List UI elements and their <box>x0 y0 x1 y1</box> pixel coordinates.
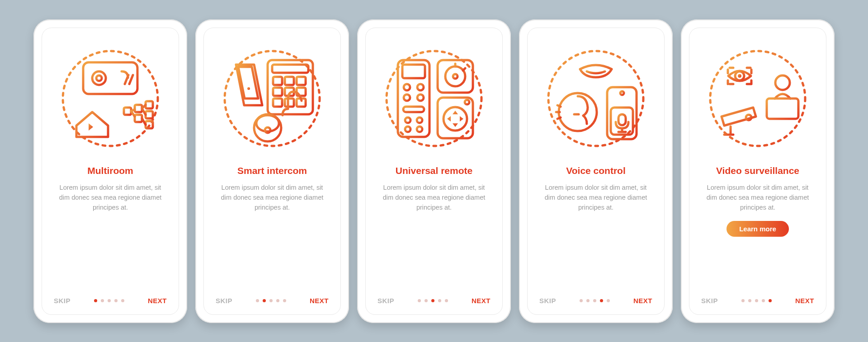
universal-remote-icon <box>380 44 488 153</box>
dot <box>580 299 583 302</box>
svg-point-37 <box>417 126 422 132</box>
skip-button[interactable]: SKIP <box>216 297 232 305</box>
onboarding-screen: Voice control Lorem ipsum dolor sit dim … <box>527 28 665 315</box>
voice-control-icon <box>542 44 650 153</box>
screen-title: Universal remote <box>396 165 472 176</box>
svg-point-35 <box>417 117 422 123</box>
svg-point-43 <box>443 107 467 131</box>
phone-mockup: Video surveillance Lorem ipsum dolor sit… <box>681 19 835 323</box>
dot <box>600 299 603 302</box>
learn-more-button[interactable]: Learn more <box>726 221 789 237</box>
page-indicator <box>580 299 610 302</box>
dot <box>586 299 590 302</box>
onboarding-nav: SKIP NEXT <box>216 297 329 305</box>
smart-intercom-icon <box>218 44 326 153</box>
svg-rect-33 <box>403 107 424 112</box>
svg-point-25 <box>265 127 270 133</box>
screen-description: Lorem ipsum dolor sit dim amet, sit dim … <box>701 183 814 213</box>
svg-rect-54 <box>767 98 798 119</box>
phone-mockup: Smart intercom Lorem ipsum dolor sit dim… <box>195 19 349 323</box>
svg-rect-21 <box>285 98 294 107</box>
phone-mockup: Voice control Lorem ipsum dolor sit dim … <box>519 19 673 323</box>
page-indicator <box>418 299 448 302</box>
dot <box>755 299 758 302</box>
dot <box>114 299 118 302</box>
svg-rect-14 <box>273 77 282 85</box>
dot <box>269 299 273 302</box>
onboarding-nav: SKIP NEXT <box>701 297 814 305</box>
dot <box>593 299 596 302</box>
svg-point-39 <box>445 66 465 86</box>
screen-description: Lorem ipsum dolor sit dim amet, sit dim … <box>377 183 491 213</box>
svg-rect-15 <box>285 77 294 85</box>
svg-point-24 <box>256 115 279 131</box>
dot <box>431 299 434 302</box>
svg-rect-48 <box>618 114 626 125</box>
svg-point-2 <box>92 71 106 85</box>
onboarding-nav: SKIP NEXT <box>539 297 652 305</box>
svg-rect-20 <box>273 98 282 107</box>
screen-description: Lorem ipsum dolor sit dim amet, sit dim … <box>539 183 652 213</box>
skip-button[interactable]: SKIP <box>701 297 718 305</box>
next-button[interactable]: NEXT <box>310 297 329 305</box>
dot <box>425 299 428 302</box>
page-indicator <box>256 299 286 302</box>
dot <box>276 299 279 302</box>
svg-point-3 <box>96 75 102 81</box>
phone-mockup: Universal remote Lorem ipsum dolor sit d… <box>357 19 511 323</box>
screen-title: Video surveillance <box>716 165 799 176</box>
video-surveillance-icon <box>703 44 812 153</box>
onboarding-nav: SKIP NEXT <box>54 297 167 305</box>
screen-title: Smart intercom <box>237 165 307 176</box>
dot <box>769 299 772 302</box>
screen-title: Voice control <box>566 165 625 176</box>
onboarding-screen: Multiroom Lorem ipsum dolor sit dim amet… <box>42 28 179 315</box>
phone-mockup: Multiroom Lorem ipsum dolor sit dim amet… <box>33 19 187 323</box>
onboarding-screen: Universal remote Lorem ipsum dolor sit d… <box>365 28 503 315</box>
dot <box>121 299 124 302</box>
svg-point-52 <box>738 74 741 78</box>
dot <box>445 299 448 302</box>
screen-description: Lorem ipsum dolor sit dim amet, sit dim … <box>216 183 329 213</box>
dot <box>748 299 751 302</box>
onboarding-screen: Smart intercom Lorem ipsum dolor sit dim… <box>203 28 341 315</box>
dot <box>283 299 286 302</box>
svg-point-30 <box>417 84 424 90</box>
skip-button[interactable]: SKIP <box>377 297 394 305</box>
page-indicator <box>741 299 772 302</box>
multiroom-icon <box>56 44 165 153</box>
dot <box>94 299 97 302</box>
svg-rect-13 <box>272 65 308 73</box>
svg-point-31 <box>404 94 410 101</box>
svg-point-34 <box>405 117 410 123</box>
dot <box>256 299 259 302</box>
next-button[interactable]: NEXT <box>795 297 814 305</box>
dot <box>108 299 111 302</box>
dot <box>607 299 610 302</box>
skip-button[interactable]: SKIP <box>54 297 71 305</box>
skip-button[interactable]: SKIP <box>539 297 556 305</box>
onboarding-screen: Video surveillance Lorem ipsum dolor sit… <box>689 28 826 315</box>
dot <box>418 299 421 302</box>
svg-point-45 <box>559 93 597 131</box>
dot <box>438 299 441 302</box>
svg-point-32 <box>417 94 424 101</box>
onboarding-nav: SKIP NEXT <box>377 297 491 305</box>
svg-point-53 <box>775 75 790 90</box>
dot <box>101 299 104 302</box>
svg-point-40 <box>453 74 458 79</box>
svg-point-29 <box>404 84 410 90</box>
svg-rect-16 <box>297 77 306 85</box>
svg-rect-28 <box>402 65 425 78</box>
dot <box>741 299 745 302</box>
dot <box>263 299 266 302</box>
svg-point-36 <box>405 126 410 132</box>
page-indicator <box>94 299 124 302</box>
next-button[interactable]: NEXT <box>633 297 652 305</box>
next-button[interactable]: NEXT <box>472 297 491 305</box>
svg-rect-17 <box>273 88 282 96</box>
svg-point-11 <box>247 87 250 90</box>
next-button[interactable]: NEXT <box>148 297 167 305</box>
screen-title: Multiroom <box>87 165 133 176</box>
screen-description: Lorem ipsum dolor sit dim amet, sit dim … <box>54 183 167 213</box>
